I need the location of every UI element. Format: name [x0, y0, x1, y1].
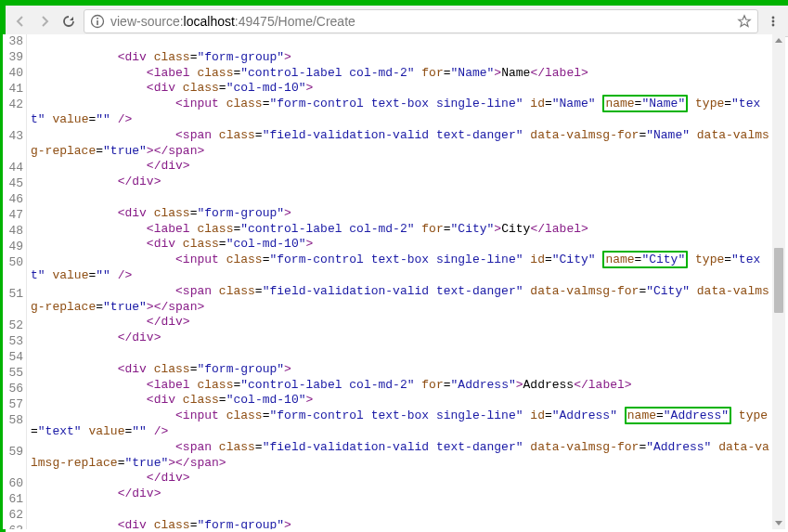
vertical-scrollbar[interactable]	[772, 34, 785, 529]
source-line: <input class="form-control text-box sing…	[31, 97, 772, 128]
line-number: 53	[3, 334, 27, 350]
source-line: <div class="form-group">	[31, 206, 772, 222]
line-number: 56	[3, 382, 27, 397]
url-text: view-source:localhost:49475/Home/Create	[110, 14, 731, 29]
site-info-icon[interactable]	[90, 14, 105, 29]
svg-rect-2	[97, 18, 98, 19]
source-line: <input class="form-control text-box sing…	[31, 253, 772, 284]
address-bar[interactable]: view-source:localhost:49475/Home/Create	[84, 9, 758, 33]
source-line: </div>	[31, 315, 772, 331]
line-number: 44	[3, 161, 27, 176]
line-number: 60	[3, 476, 27, 492]
line-number: 40	[3, 66, 27, 82]
line-number: 61	[3, 492, 27, 508]
line-number: 51	[3, 287, 27, 318]
code-area[interactable]: 3839404142434445464748495051525354555657…	[27, 34, 772, 529]
line-number: 41	[3, 82, 27, 97]
line-number: 62	[3, 508, 27, 524]
back-button[interactable]	[11, 12, 30, 31]
line-number: 58	[3, 413, 27, 445]
source-line: </div>	[31, 331, 772, 346]
source-line	[31, 190, 772, 206]
line-number: 49	[3, 240, 27, 255]
source-line: <label class="control-label col-md-2" fo…	[31, 378, 772, 394]
source-line	[31, 34, 772, 50]
line-number: 45	[3, 176, 27, 192]
line-number: 55	[3, 366, 27, 382]
source-line: <span class="field-validation-valid text…	[31, 128, 772, 160]
source-line: </div>	[31, 175, 772, 190]
source-line: </div>	[31, 159, 772, 175]
line-number: 43	[3, 129, 27, 161]
source-view: 3839404142434445464748495051525354555657…	[3, 34, 785, 529]
line-number: 48	[3, 224, 27, 240]
line-number: 57	[3, 397, 27, 413]
source-line	[31, 502, 772, 518]
source-line: <input class="form-control text-box sing…	[31, 409, 772, 440]
source-line: <div class="form-group">	[31, 362, 772, 378]
svg-point-4	[772, 19, 775, 22]
line-number: 47	[3, 208, 27, 224]
source-line: <label class="control-label col-md-2" fo…	[31, 222, 772, 238]
svg-point-5	[772, 23, 775, 26]
line-number: 59	[3, 445, 27, 476]
line-number: 54	[3, 350, 27, 366]
browser-menu-button[interactable]	[764, 12, 782, 31]
line-number: 38	[3, 34, 27, 50]
scrollbar-thumb[interactable]	[774, 248, 783, 313]
source-line	[31, 346, 772, 362]
browser-toolbar: view-source:localhost:49475/Home/Create	[6, 6, 788, 37]
source-line: <div class="form-group">	[31, 518, 772, 529]
source-line: <span class="field-validation-valid text…	[31, 440, 772, 472]
source-line: </div>	[31, 471, 772, 487]
svg-rect-1	[97, 20, 98, 25]
source-line: <label class="control-label col-md-2" fo…	[31, 66, 772, 82]
source-line: <span class="field-validation-valid text…	[31, 284, 772, 316]
line-number: 52	[3, 318, 27, 334]
line-number: 63	[3, 524, 27, 529]
line-number: 39	[3, 50, 27, 66]
line-number: 42	[3, 97, 27, 129]
bookmark-star-icon[interactable]	[737, 14, 752, 29]
svg-point-3	[772, 16, 775, 19]
line-number: 46	[3, 192, 27, 208]
source-line: <div class="form-group">	[31, 50, 772, 66]
forward-button[interactable]	[35, 12, 54, 31]
reload-button[interactable]	[59, 12, 78, 31]
source-line: </div>	[31, 487, 772, 502]
line-number: 50	[3, 255, 27, 287]
